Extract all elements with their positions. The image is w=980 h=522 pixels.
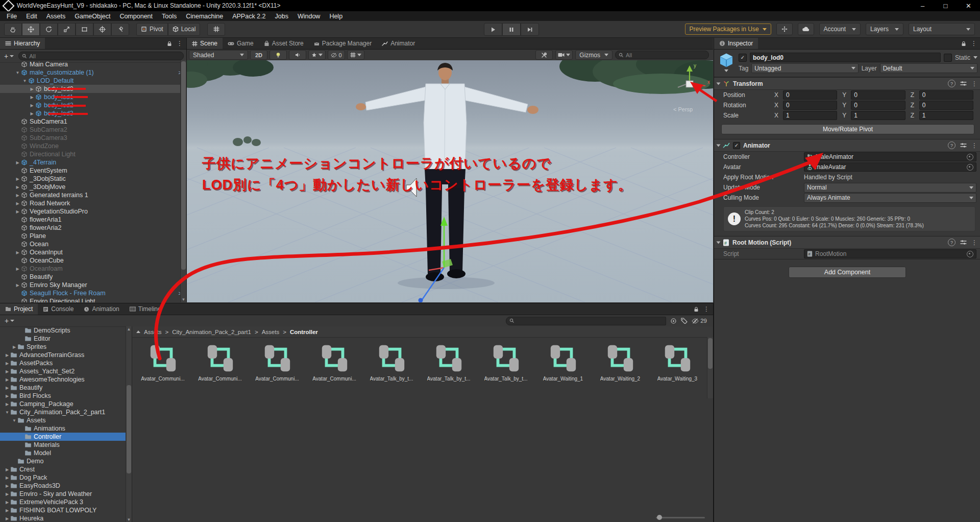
folder-tree-item[interactable]: ▶ Enviro - Sky and Weather (0, 490, 132, 498)
scene-tools-icon[interactable] (535, 50, 553, 60)
move-rotate-pivot-button[interactable]: Move/Rotate Pivot (721, 124, 974, 134)
icon-size-slider[interactable] (656, 517, 705, 518)
fold-arrow-icon[interactable]: ▶ (4, 516, 10, 521)
controller-object-field[interactable]: MaleAnimator (804, 152, 976, 161)
fold-arrow-icon[interactable]: ▶ (29, 87, 35, 91)
hidden-objects-toggle[interactable]: 0 (328, 50, 345, 60)
component-enabled-checkbox[interactable]: ✓ (733, 142, 740, 149)
fold-arrow-icon[interactable]: ▶ (14, 267, 21, 271)
panel-menu-icon[interactable]: ⋮ (177, 40, 183, 47)
asset-item[interactable]: Avatar_Talk_by_t... (424, 343, 473, 382)
menu-item[interactable]: Assets (42, 13, 70, 20)
scale-x-field[interactable]: 1 (783, 111, 837, 120)
fold-arrow-icon[interactable]: ▼ (14, 70, 21, 75)
fold-arrow-icon[interactable]: ▶ (29, 95, 35, 100)
object-picker-icon[interactable] (967, 164, 973, 171)
component-menu-icon[interactable]: ⋮ (971, 142, 977, 149)
asset-item[interactable]: Avatar_Communi... (253, 343, 302, 382)
menu-item[interactable]: Jobs (271, 13, 293, 20)
lock-icon[interactable] (694, 306, 699, 312)
folder-tree-item[interactable]: ▶ Crest (0, 465, 132, 473)
fold-arrow-icon[interactable]: ▶ (4, 500, 10, 505)
breadcrumb-item[interactable]: Assets (144, 329, 162, 335)
hierarchy-item[interactable]: Enviro Directional Light (0, 297, 186, 302)
scale-y-field[interactable]: 1 (851, 111, 905, 120)
fold-arrow-icon[interactable]: ▶ (4, 361, 10, 366)
asset-item[interactable]: Avatar_Talk_by_t... (481, 343, 530, 382)
hierarchy-item[interactable]: SubCamera2 (0, 126, 186, 134)
hierarchy-item[interactable]: ▶ body_lod2 (0, 101, 186, 109)
project-add-button[interactable]: + (3, 317, 16, 325)
2d-toggle[interactable]: 2D (250, 50, 267, 60)
script-object-field[interactable]: # RootMotion (804, 249, 976, 258)
position-y-field[interactable]: 0 (851, 90, 905, 100)
folder-tree-item[interactable]: ▶ Dog Pack (0, 473, 132, 482)
fold-arrow-icon[interactable]: ▶ (4, 508, 10, 513)
menu-item[interactable]: Component (115, 13, 157, 20)
hierarchy-item[interactable]: ▶ Road Network (0, 199, 186, 207)
breadcrumb-item[interactable]: Assets (262, 329, 280, 335)
hierarchy-item[interactable]: ▶ _3DobjStatic (0, 175, 186, 183)
tab-animation[interactable]: Animation (79, 303, 124, 315)
fold-arrow-icon[interactable]: ▶ (14, 160, 21, 165)
fold-arrow-icon[interactable]: ▶ (14, 250, 21, 255)
asset-item[interactable]: Avatar_Waiting_1 (538, 343, 587, 382)
culling-mode-dropdown[interactable]: Always Animate (804, 193, 976, 203)
tab-project[interactable]: Project (0, 303, 38, 315)
grid-visibility-dropdown[interactable] (347, 50, 364, 60)
hierarchy-item[interactable]: WindZone (0, 142, 186, 150)
menu-item[interactable]: APPack 2.2 (228, 13, 270, 20)
hierarchy-item[interactable]: flowerAria1 (0, 216, 186, 224)
collapse-assets-icon[interactable] (136, 330, 140, 333)
menu-item[interactable]: Cinemachine (181, 13, 228, 20)
hierarchy-item[interactable]: ▶ _4Terrain (0, 158, 186, 167)
tab-game[interactable]: Game (223, 38, 259, 49)
search-by-label-icon[interactable] (681, 318, 688, 324)
fold-arrow-icon[interactable] (717, 144, 721, 147)
rotation-z-field[interactable]: 0 (919, 101, 973, 110)
asset-grid-scrollbar[interactable] (707, 337, 713, 398)
object-picker-icon[interactable] (967, 154, 973, 160)
tab-timeline[interactable]: Timeline (125, 303, 166, 315)
folder-tree-item[interactable]: ▶ Heureka (0, 514, 132, 522)
lighting-toggle[interactable] (270, 50, 287, 60)
tab-inspector[interactable]: Inspector (714, 38, 758, 49)
fold-arrow-icon[interactable]: ▶ (29, 103, 35, 108)
hierarchy-item[interactable]: ▶ Enviro Sky Manager (0, 281, 186, 289)
asset-item[interactable]: Avatar_Communi... (310, 343, 359, 382)
layers-dropdown[interactable]: Layers (866, 23, 903, 35)
play-button[interactable] (484, 23, 502, 36)
asset-item[interactable]: Avatar_Waiting_3 (653, 343, 702, 382)
menu-item[interactable]: Help (325, 13, 347, 20)
folder-tree-item[interactable]: ▶ Assets_Yacht_Set2 (0, 367, 132, 375)
hierarchy-search-input[interactable]: All (18, 52, 184, 60)
component-menu-icon[interactable]: ⋮ (971, 239, 977, 246)
local-toggle[interactable]: Local (168, 23, 201, 36)
lock-icon[interactable] (961, 41, 966, 46)
rotation-y-field[interactable]: 0 (851, 101, 905, 110)
fold-arrow-icon[interactable]: ▶ (4, 492, 10, 496)
menu-item[interactable]: GameObject (70, 13, 115, 20)
cloud-icon[interactable] (798, 23, 814, 35)
tab-animator[interactable]: Animator (377, 38, 420, 49)
chevron-down-icon[interactable] (724, 69, 728, 72)
transform-header[interactable]: Transform ? ⋮ (714, 78, 980, 90)
hierarchy-item[interactable]: ▶ VegetationStudioPro (0, 207, 186, 216)
rotate-tool-button[interactable] (40, 23, 58, 36)
scene-viewport[interactable]: y x < Persp (187, 60, 713, 302)
scale-tool-button[interactable] (58, 23, 76, 36)
folder-tree-item[interactable]: ▶ AdvancedTerrainGrass (0, 351, 132, 359)
hierarchy-item[interactable]: OceanCube (0, 256, 186, 265)
preview-packages-button[interactable]: Preview Packages in Use (685, 23, 771, 35)
fold-arrow-icon[interactable] (717, 241, 721, 244)
position-x-field[interactable]: 0 (783, 90, 837, 100)
hierarchy-item[interactable]: SubCamera1 (0, 117, 186, 126)
help-icon[interactable]: ? (948, 80, 955, 87)
fold-arrow-icon[interactable] (717, 82, 721, 85)
hierarchy-item[interactable]: ▶ Generated terrains 1 (0, 191, 186, 199)
folder-tree-item[interactable]: DemoScripts (0, 326, 132, 335)
folder-tree-item[interactable]: Controller (0, 433, 132, 441)
maximize-button[interactable]: □ (934, 0, 957, 11)
hierarchy-item[interactable]: SubCamera3 (0, 134, 186, 142)
folder-tree-item[interactable]: ▶ Sprites (0, 343, 132, 351)
